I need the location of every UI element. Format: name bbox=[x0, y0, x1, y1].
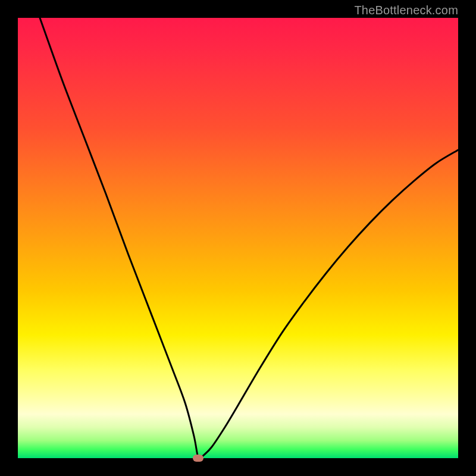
plot-area bbox=[18, 18, 458, 458]
bottleneck-curve bbox=[40, 18, 458, 458]
attribution-label: TheBottleneck.com bbox=[354, 4, 458, 17]
optimum-marker bbox=[193, 455, 203, 462]
chart-container: TheBottleneck.com bbox=[0, 0, 476, 476]
curve-svg bbox=[18, 18, 458, 458]
